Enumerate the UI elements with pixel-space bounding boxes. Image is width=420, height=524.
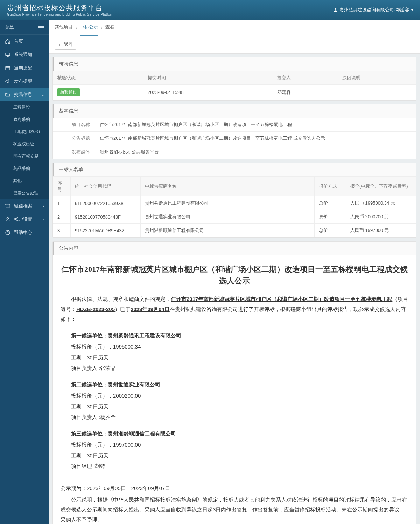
- col-code: 统一社会信用代码: [71, 177, 141, 196]
- col-time: 提交时间: [144, 71, 273, 85]
- cell-mode: 总价: [315, 196, 346, 210]
- col-supplier: 中标供应商名称: [141, 177, 315, 196]
- lbl-media: 发布媒体: [53, 145, 95, 159]
- sidebar-item-credit[interactable]: 诚信档案 ›: [0, 199, 49, 213]
- user-menu[interactable]: 贵州弘典建设咨询有限公司-邓廷容 ▾: [333, 7, 413, 13]
- app-header: 贵州省招标投标公共服务平台 GuiZhou Province Tendering…: [0, 0, 420, 20]
- sidebar-label: 逾期提醒: [14, 65, 32, 71]
- col-status: 核验状态: [53, 71, 144, 85]
- cand3-period: 工期：30日历天: [61, 451, 408, 461]
- val-projname: 仁怀市2017年南部新城冠英片区城市棚户区（和谐广场小区二期）改造项目一至五栋楼…: [95, 118, 416, 131]
- table-row: 2 91520100770580443F 贵州世通实业有限公司 总价 人民币 2…: [53, 210, 416, 224]
- info-row: 公告标题 仁怀市2017年南部新城冠英片区城市棚户区（和谐广场小区二期）改造项目…: [53, 131, 416, 145]
- basic-panel: 基本信息 项目名称 仁怀市2017年南部新城冠英片区城市棚户区（和谐广场小区二期…: [52, 104, 416, 159]
- announce-big-title: 仁怀市2017年南部新城冠英片区城市棚户区（和谐广场小区二期）改造项目一至五栋楼…: [61, 263, 408, 287]
- sub-mining[interactable]: 矿业权出让: [0, 138, 49, 150]
- svg-rect-2: [6, 66, 10, 70]
- cand2-price: 投标报价（元）：2000200.00: [61, 391, 408, 401]
- sidebar-item-home[interactable]: 首页: [0, 35, 49, 48]
- breadcrumb-view[interactable]: 查看: [105, 24, 114, 32]
- sidebar-item-overdue[interactable]: 逾期提醒: [0, 61, 49, 75]
- calendar-icon: [5, 65, 10, 71]
- sidebar-label: 交易信息: [14, 91, 32, 98]
- sub-other[interactable]: 其他: [0, 175, 49, 187]
- cell-code: 91522701MA6DR9E432: [71, 224, 141, 237]
- svg-rect-3: [6, 204, 10, 205]
- publicity-period: 公示期为：2023年09月05日—2023年09月07日: [61, 483, 408, 494]
- chevron-right-icon: ›: [43, 218, 44, 221]
- breadcrumb-sep: ›: [101, 25, 102, 30]
- sub-medicine[interactable]: 药品采购: [0, 163, 49, 175]
- cell-code: 91520000072210539X8: [71, 196, 141, 210]
- user-name: 贵州弘典建设咨询有限公司-邓廷容: [340, 7, 409, 13]
- col-mode: 报价方式: [315, 177, 346, 196]
- sidebar-label: 诚信档案: [14, 203, 32, 209]
- col-reason: 原因说明: [338, 71, 416, 85]
- announce-panel: 公告内容 仁怀市2017年南部新城冠英片区城市棚户区（和谐广场小区二期）改造项目…: [52, 241, 416, 524]
- cell-mode: 总价: [315, 210, 346, 224]
- cell-price: 人民币 2000200 元: [346, 210, 416, 224]
- sidebar-label: 发布提醒: [14, 78, 32, 84]
- cell-supplier: 贵州世通实业有限公司: [141, 210, 315, 224]
- sub-published[interactable]: 已发公告处理: [0, 187, 49, 199]
- breadcrumb-other[interactable]: 其他项目: [55, 24, 73, 32]
- sidebar-label: 帮助中心: [14, 229, 32, 236]
- cell-code: 91520100770580443F: [71, 210, 141, 224]
- breadcrumb-bidnotice[interactable]: 中标公示: [80, 24, 98, 32]
- monitor-icon: [5, 52, 10, 57]
- sidebar-item-account[interactable]: 帐户设置 ›: [0, 213, 49, 226]
- status-badge: 核验通过: [57, 88, 80, 96]
- winners-table: 序号 统一社会信用代码 中标供应商名称 报价方式 报价(中标价、下浮率或费率) …: [53, 176, 416, 237]
- table-row: 序号 统一社会信用代码 中标供应商名称 报价方式 报价(中标价、下浮率或费率): [53, 177, 416, 196]
- col-price: 报价(中标价、下浮率或费率): [346, 177, 416, 196]
- sidebar-trade-submenu: 工程建设 政府采购 土地使用权出让 矿业权出让 国有产权交易 药品采购 其他 已…: [0, 101, 49, 199]
- intro-date: 2023年09月04日: [131, 306, 170, 312]
- archive-icon: [5, 203, 10, 209]
- cell-idx: 1: [53, 196, 71, 210]
- sidebar-header: 菜单: [0, 21, 49, 35]
- intro-paragraph: 根据法律、法规、规章和磋商文件的规定，仁怀市2017年南部新城冠英片区城市棚户区…: [61, 294, 408, 324]
- sidebar-item-trade[interactable]: 交易信息 ⌄: [0, 88, 49, 101]
- sub-stateasset[interactable]: 国有产权交易: [0, 150, 49, 163]
- chevron-down-icon: ▾: [411, 8, 413, 12]
- verify-table: 核验状态 提交时间 提交人 原因说明 核验通过 2023-09-04 15:48…: [53, 71, 416, 100]
- cell-supplier: 贵州綦黔通讯工程建设有限公司: [141, 196, 315, 210]
- lbl-notice: 公告标题: [53, 132, 95, 145]
- winners-title: 中标人名单: [53, 163, 416, 176]
- user-icon: [333, 7, 338, 12]
- main-content: 其他项目 › 中标公示 › 查看 ← 返回 核验信息 核验状态 提交时间 提交人: [49, 20, 420, 524]
- cand3-head: 第三候选单位：贵州湘黔顺通信工程有限公司: [61, 429, 408, 439]
- cand1-price: 投标报价（元）：1995000.34: [61, 342, 408, 352]
- col-person: 提交人: [273, 71, 338, 85]
- verify-title: 核验信息: [53, 57, 416, 71]
- megaphone-icon: [5, 78, 10, 84]
- back-button[interactable]: ← 返回: [55, 40, 76, 50]
- chevron-right-icon: ›: [43, 204, 44, 208]
- table-row: 核验通过 2023-09-04 15:48 邓廷容: [53, 85, 416, 100]
- verify-panel: 核验信息 核验状态 提交时间 提交人 原因说明 核验通过 2023-09-04 …: [52, 57, 416, 101]
- breadcrumb-sep: ›: [76, 25, 77, 30]
- back-label: 返回: [64, 42, 72, 48]
- basic-title: 基本信息: [53, 104, 416, 118]
- sidebar-item-notice[interactable]: 系统通知: [0, 48, 49, 61]
- cell-mode: 总价: [315, 224, 346, 237]
- sub-engineering[interactable]: 工程建设: [0, 101, 49, 113]
- hamburger-icon[interactable]: [38, 25, 44, 30]
- sidebar-label: 帐户设置: [14, 216, 32, 222]
- lbl-projname: 项目名称: [53, 118, 95, 131]
- cell-price: 人民币 1997000 元: [346, 224, 416, 237]
- val-media: 贵州省招标投标公共服务平台: [95, 145, 416, 159]
- sidebar-item-publish[interactable]: 发布提醒: [0, 75, 49, 88]
- sub-land[interactable]: 土地使用权出让: [0, 126, 49, 138]
- toolbar: ← 返回: [49, 36, 420, 54]
- winners-panel: 中标人名单 序号 统一社会信用代码 中标供应商名称 报价方式 报价(中标价、下浮…: [52, 163, 416, 238]
- cell-idx: 2: [53, 210, 71, 224]
- arrow-left-icon: ←: [58, 42, 63, 47]
- cand2-leader: 项目负责人 :杨胜全: [61, 412, 408, 422]
- sidebar-item-help[interactable]: 帮助中心: [0, 226, 49, 239]
- cell-idx: 3: [53, 224, 71, 237]
- cell-time: 2023-09-04 15:48: [144, 85, 273, 100]
- platform-subtitle: GuiZhou Province Tendering and Bidding P…: [7, 13, 114, 16]
- sub-gov[interactable]: 政府采购: [0, 113, 49, 126]
- cell-price: 人民币 1995000.34 元: [346, 196, 416, 210]
